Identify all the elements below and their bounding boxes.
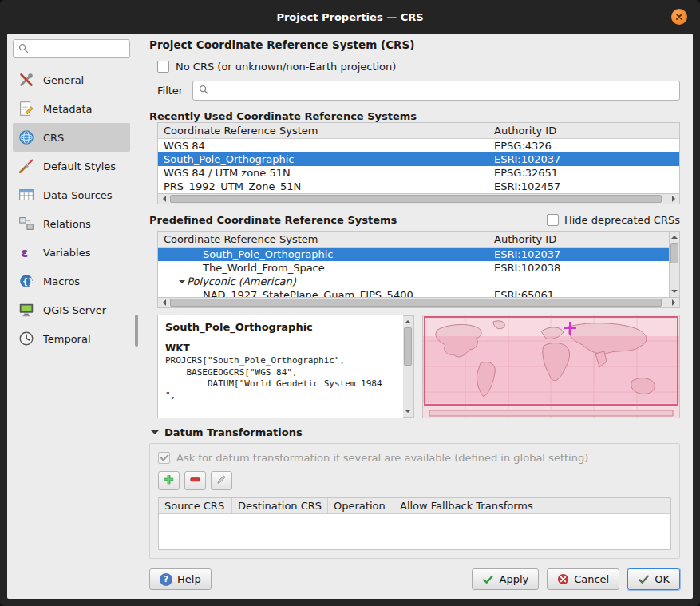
variables-icon: ε bbox=[17, 243, 36, 262]
scrollbar-track[interactable] bbox=[169, 298, 668, 307]
crs-row-selected[interactable]: South_Pole_Orthographic ESRI:102037 bbox=[158, 248, 669, 261]
column-header-allow-fallback[interactable]: Allow Fallback Transforms bbox=[394, 498, 544, 514]
scrollbar-thumb[interactable] bbox=[670, 243, 678, 263]
sidebar-item-relations[interactable]: Relations bbox=[13, 209, 130, 238]
v-scrollbar[interactable] bbox=[670, 231, 680, 298]
crs-row[interactable]: NAD_1927_StatePlane_Guam_FIPS_5400 ESRI:… bbox=[158, 288, 669, 298]
v-scrollbar[interactable] bbox=[403, 315, 413, 418]
ok-button-label: OK bbox=[655, 573, 670, 585]
column-header-crs[interactable]: Coordinate Reference System bbox=[158, 232, 488, 248]
crs-row[interactable]: WGS 84 EPSG:4326 bbox=[158, 139, 679, 152]
plus-icon bbox=[163, 473, 175, 488]
sidebar-item-label: Temporal bbox=[43, 333, 91, 345]
scrollbar-track[interactable] bbox=[403, 327, 413, 406]
add-transform-button[interactable] bbox=[158, 471, 180, 490]
collapse-arrow-icon[interactable] bbox=[179, 280, 185, 287]
help-icon: ? bbox=[160, 573, 172, 586]
sidebar-item-label: Variables bbox=[43, 247, 90, 259]
crs-row[interactable]: WGS 84 / UTM zone 51N EPSG:32651 bbox=[158, 166, 679, 180]
server-icon bbox=[17, 300, 36, 319]
sidebar-item-metadata[interactable]: Metadata bbox=[13, 94, 130, 123]
sidebar-item-label: Relations bbox=[43, 218, 91, 230]
cancel-button[interactable]: Cancel bbox=[547, 568, 619, 590]
cancel-icon bbox=[557, 573, 569, 585]
metadata-icon bbox=[17, 99, 36, 118]
scrollbar-thumb[interactable] bbox=[404, 327, 412, 366]
scroll-left-button[interactable] bbox=[158, 194, 169, 204]
scroll-down-button[interactable] bbox=[403, 406, 413, 417]
remove-transform-button[interactable] bbox=[184, 471, 206, 490]
crs-row[interactable]: PRS_1992_UTM_Zone_51N ESRI:102457 bbox=[158, 180, 679, 193]
hide-deprecated-checkbox[interactable] bbox=[547, 214, 559, 226]
scroll-left-button[interactable] bbox=[158, 298, 169, 307]
sidebar-item-crs[interactable]: CRS bbox=[13, 123, 130, 152]
datum-transformations-group: Ask for datum transformation if several … bbox=[149, 443, 680, 559]
crs-group-row[interactable]: Polyconic (American) bbox=[158, 275, 669, 288]
scrollbar-track[interactable] bbox=[670, 242, 679, 287]
column-header-crs[interactable]: Coordinate Reference System bbox=[158, 123, 488, 139]
column-header-authority[interactable]: Authority ID bbox=[488, 123, 679, 139]
authority-cell bbox=[488, 275, 669, 288]
close-button[interactable] bbox=[671, 9, 687, 25]
column-header-authority[interactable]: Authority ID bbox=[488, 232, 669, 248]
ok-button[interactable]: OK bbox=[627, 568, 680, 590]
selected-crs-name: South_Pole_Orthographic bbox=[165, 321, 396, 333]
sidebar-item-qgis-server[interactable]: QGIS Server bbox=[13, 295, 130, 324]
edit-transform-button[interactable] bbox=[211, 471, 232, 490]
predefined-crs-heading: Predefined Coordinate Reference Systems bbox=[149, 214, 397, 226]
search-icon bbox=[18, 42, 29, 56]
crs-name-cell: South_Pole_Orthographic bbox=[158, 248, 488, 261]
crs-name-cell: NAD_1927_StatePlane_Guam_FIPS_5400 bbox=[158, 288, 488, 298]
h-scrollbar[interactable] bbox=[157, 194, 680, 204]
sidebar-item-label: CRS bbox=[43, 132, 64, 144]
scroll-up-button[interactable] bbox=[670, 232, 679, 242]
sidebar-search-input[interactable] bbox=[13, 39, 130, 58]
wkt-preview-panel: South_Pole_Orthographic WKT PROJCRS["Sou… bbox=[157, 315, 414, 418]
table-header: Coordinate Reference System Authority ID bbox=[158, 232, 669, 248]
datum-transformations-collapse[interactable]: Datum Transformations bbox=[151, 426, 680, 438]
apply-button[interactable]: Apply bbox=[472, 568, 539, 590]
scroll-up-button[interactable] bbox=[403, 316, 413, 327]
scroll-right-button[interactable] bbox=[668, 298, 679, 307]
sidebar-item-data-sources[interactable]: Data Sources bbox=[13, 180, 130, 209]
column-header-source-crs[interactable]: Source CRS bbox=[159, 498, 232, 514]
sidebar-item-label: General bbox=[43, 74, 84, 86]
sidebar-scrollbar[interactable] bbox=[133, 34, 140, 599]
sidebar-item-general[interactable]: General bbox=[13, 65, 130, 94]
no-crs-checkbox[interactable] bbox=[157, 61, 169, 73]
scrollbar-track[interactable] bbox=[169, 194, 668, 204]
sidebar-item-macros[interactable]: {} Macros bbox=[13, 267, 130, 295]
scrollbar-thumb[interactable] bbox=[170, 195, 662, 203]
titlebar[interactable]: Project Properties — CRS bbox=[0, 0, 700, 34]
page-title: Project Coordinate Reference System (CRS… bbox=[149, 38, 680, 51]
column-header-spacer bbox=[544, 498, 670, 514]
settings-sidebar: General Metadata CRS bbox=[7, 34, 133, 599]
sidebar-item-default-styles[interactable]: Default Styles bbox=[13, 152, 130, 180]
close-icon bbox=[675, 13, 683, 21]
ok-check-icon bbox=[638, 573, 650, 585]
authority-cell: ESRI:102037 bbox=[488, 152, 679, 166]
help-button[interactable]: ? Help bbox=[149, 568, 212, 590]
authority-cell: ESRI:65061 bbox=[488, 288, 669, 298]
column-header-operation[interactable]: Operation bbox=[328, 498, 394, 514]
scroll-down-button[interactable] bbox=[670, 287, 679, 297]
sidebar-item-temporal[interactable]: Temporal bbox=[13, 324, 130, 353]
window-title: Project Properties — CRS bbox=[276, 11, 423, 23]
dialog-button-box: ? Help Apply Cancel bbox=[149, 562, 680, 595]
crs-name-cell: WGS 84 / UTM zone 51N bbox=[158, 166, 488, 180]
ask-datum-transformation-checkbox bbox=[158, 452, 170, 464]
authority-cell: ESRI:102457 bbox=[488, 180, 679, 193]
h-scrollbar[interactable] bbox=[157, 298, 680, 308]
sidebar-item-variables[interactable]: ε Variables bbox=[13, 238, 130, 267]
search-icon bbox=[198, 84, 209, 97]
column-header-destination-crs[interactable]: Destination CRS bbox=[232, 498, 328, 514]
crs-name-cell: WGS 84 bbox=[158, 139, 488, 152]
scrollbar-thumb[interactable] bbox=[135, 315, 138, 347]
scroll-right-button[interactable] bbox=[668, 194, 679, 204]
crs-row-selected[interactable]: South_Pole_Orthographic ESRI:102037 bbox=[158, 152, 679, 166]
crs-row[interactable]: The_World_From_Space ESRI:102038 bbox=[158, 261, 669, 275]
crs-extent-preview-map bbox=[422, 315, 680, 418]
crs-filter-input[interactable] bbox=[192, 81, 680, 101]
pencil-icon bbox=[216, 473, 227, 488]
scrollbar-thumb[interactable] bbox=[170, 299, 662, 307]
